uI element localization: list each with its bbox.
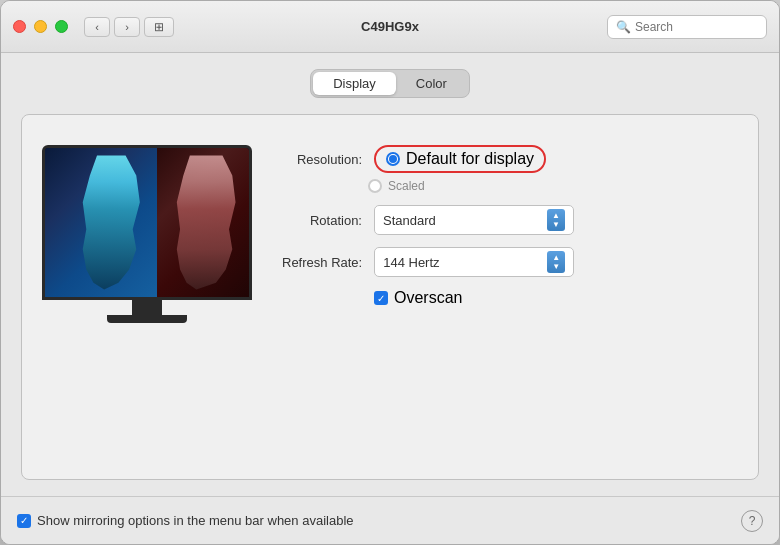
resolution-label: Resolution: — [282, 152, 362, 167]
resolution-default-label: Default for display — [406, 150, 534, 168]
tabs: Display Color — [310, 69, 470, 98]
chevron-left-icon: ‹ — [95, 21, 99, 33]
overscan-label: Overscan — [394, 289, 462, 307]
grid-button[interactable]: ⊞ — [144, 17, 174, 37]
monitor-stand-neck — [132, 300, 162, 315]
tabs-container: Display Color — [21, 69, 759, 98]
monitor-preview — [42, 135, 252, 459]
content-area: Display Color — [1, 53, 779, 496]
maximize-button[interactable] — [55, 20, 68, 33]
resolution-default-radio[interactable] — [386, 152, 400, 166]
nav-buttons: ‹ › — [84, 17, 140, 37]
grid-icon: ⊞ — [154, 20, 164, 34]
radio-dot — [389, 155, 397, 163]
resolution-section: Resolution: Default for display Scaled — [282, 145, 738, 193]
overscan-checkbox[interactable]: ✓ — [374, 291, 388, 305]
rotation-label: Rotation: — [282, 213, 362, 228]
rotation-select[interactable]: Standard ▲ ▼ — [374, 205, 574, 235]
help-icon: ? — [749, 514, 756, 528]
search-input[interactable] — [635, 20, 758, 34]
forward-button[interactable]: › — [114, 17, 140, 37]
back-button[interactable]: ‹ — [84, 17, 110, 37]
rotation-value: Standard — [383, 213, 436, 228]
minimize-button[interactable] — [34, 20, 47, 33]
monitor-screen — [45, 148, 249, 297]
chevron-right-icon: › — [125, 21, 129, 33]
monitor-frame — [42, 145, 252, 300]
settings-area: Resolution: Default for display Scaled — [282, 135, 738, 459]
help-button[interactable]: ? — [741, 510, 763, 532]
tab-color[interactable]: Color — [396, 72, 467, 95]
window-title: C49HG9x — [361, 19, 419, 34]
main-window: ‹ › ⊞ C49HG9x 🔍 Display Color — [0, 0, 780, 545]
resolution-scaled-label: Scaled — [388, 179, 425, 193]
traffic-lights — [13, 20, 68, 33]
search-box[interactable]: 🔍 — [607, 15, 767, 39]
close-button[interactable] — [13, 20, 26, 33]
rotation-arrows-icon: ▲ ▼ — [547, 209, 565, 231]
monitor-stand-base — [107, 315, 187, 323]
refresh-rate-select[interactable]: 144 Hertz ▲ ▼ — [374, 247, 574, 277]
resolution-row: Resolution: Default for display — [282, 145, 738, 173]
tab-display[interactable]: Display — [313, 72, 396, 95]
mirroring-row: ✓ Show mirroring options in the menu bar… — [17, 513, 354, 528]
search-icon: 🔍 — [616, 20, 631, 34]
resolution-highlight: Default for display — [374, 145, 546, 173]
refresh-rate-row: Refresh Rate: 144 Hertz ▲ ▼ — [282, 247, 738, 277]
title-bar: ‹ › ⊞ C49HG9x 🔍 — [1, 1, 779, 53]
mirroring-checkbox[interactable]: ✓ — [17, 514, 31, 528]
resolution-scaled-row: Scaled — [368, 179, 738, 193]
main-panel: Resolution: Default for display Scaled — [21, 114, 759, 480]
mirroring-label: Show mirroring options in the menu bar w… — [37, 513, 354, 528]
refresh-rate-label: Refresh Rate: — [282, 255, 362, 270]
refresh-rate-arrows-icon: ▲ ▼ — [547, 251, 565, 273]
resolution-scaled-radio[interactable] — [368, 179, 382, 193]
refresh-rate-value: 144 Hertz — [383, 255, 439, 270]
bottom-bar: ✓ Show mirroring options in the menu bar… — [1, 496, 779, 544]
rotation-row: Rotation: Standard ▲ ▼ — [282, 205, 738, 235]
overscan-row: ✓ Overscan — [374, 289, 738, 307]
